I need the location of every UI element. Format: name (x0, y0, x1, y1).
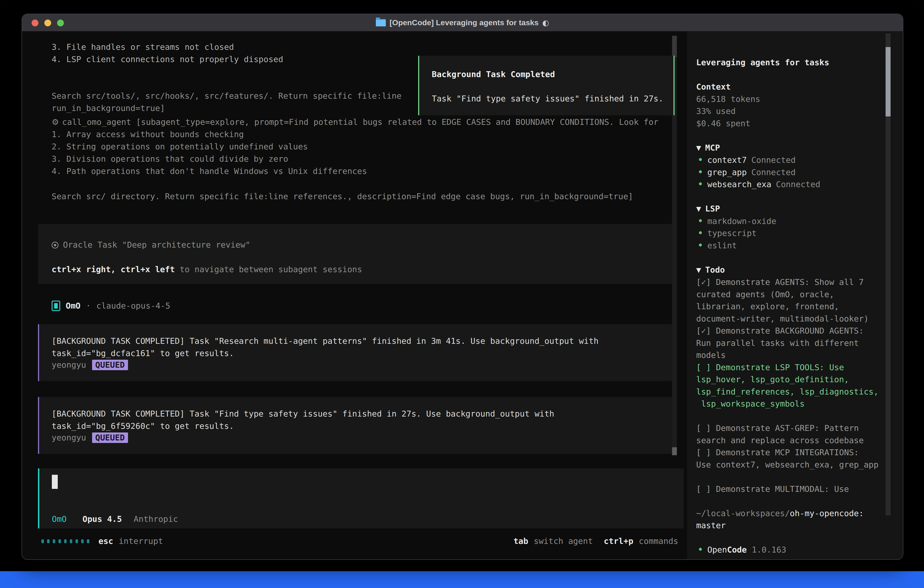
lsp-item-name: eslint (707, 241, 737, 250)
context-tokens: 66,518 tokens (696, 93, 903, 105)
opencode-version-row: OpenCode1.0.163 (696, 543, 903, 556)
todo-item-done: [✓] Demonstrate AGENTS: Show all 7 curat… (696, 276, 903, 325)
mcp-item-status: Connected (751, 155, 795, 165)
lsp-item-name: markdown-oxide (707, 216, 776, 226)
mcp-item-status: Connected (751, 168, 795, 177)
workspace-path-prefix: ~/local-workspaces/ (696, 509, 790, 518)
zoom-window-button[interactable] (57, 20, 64, 26)
sidebar-scrollbar-thumb[interactable] (886, 47, 891, 116)
lsp-item: typescript (696, 227, 903, 239)
message-line-2: task_id="bg_6f59260c" to get results. (52, 420, 234, 432)
todo-line: lsp_hover, lsp_goto_definition, (696, 373, 903, 386)
context-used: 33% used (696, 105, 903, 117)
app-name-regular: Open (707, 545, 727, 554)
connected-dot-icon (699, 243, 702, 246)
window-title-group: [OpenCode] Leveraging agents for tasks ◐ (376, 18, 549, 27)
workspace-path: ~/local-workspaces/oh-my-opencode: (696, 507, 903, 520)
app-name-bold: Code (727, 545, 747, 554)
agent-call-line: ⚙call_omo_agent [subagent_type=explore, … (52, 116, 658, 128)
desktop-taskbar-strip (0, 571, 924, 588)
ctrlp-key-label: commands (639, 535, 678, 547)
connected-dot-icon (699, 182, 702, 185)
connected-dot-icon (699, 231, 702, 234)
window-titlebar[interactable]: [OpenCode] Leveraging agents for tasks ◐ (22, 14, 903, 31)
desktop: [OpenCode] Leveraging agents for tasks ◐… (0, 0, 924, 588)
statusbar-left: esc interrupt (41, 535, 163, 547)
session-busy-icon: ◐ (542, 18, 549, 27)
mcp-item-name: context7 (707, 155, 747, 165)
oracle-status-icon (52, 242, 58, 249)
omo-agent-icon (52, 301, 60, 311)
input-model-name: Opus 4.5 (82, 514, 122, 524)
context-spent: $0.46 spent (696, 117, 903, 130)
todo-heading: Todo (705, 265, 725, 274)
todo-item-pending: [ ] Demonstrate MULTIMODAL: Use (696, 483, 903, 495)
mcp-item-name: grep_app (707, 168, 747, 177)
toast-title: Background Task Completed (432, 68, 555, 81)
oracle-task-title: Oracle Task "Deep architecture review" (63, 240, 250, 249)
agent-call-block: ⚙call_omo_agent [subagent_type=explore, … (52, 116, 658, 177)
oracle-task-panel: Oracle Task "Deep architecture review" c… (38, 224, 673, 284)
todo-line: [ ] Demonstrate LSP TOOLS: Use (696, 361, 903, 373)
session-sidebar: Leveraging agents for tasks Context 66,5… (687, 31, 903, 560)
todo-line: models (696, 349, 903, 361)
scrollback-search-instruction-1: Search src/tools/, src/hooks/, src/featu… (52, 90, 401, 114)
ctrlp-key-hint: ctrl+p (604, 535, 634, 547)
collapse-triangle-icon: ▼ (696, 205, 701, 213)
esc-key-label: interrupt (119, 535, 163, 547)
todo-line: [ ] Demonstrate MULTIMODAL: Use (696, 483, 903, 495)
todo-line: [ ] Demonstrate AST-GREP: Pattern (696, 422, 903, 434)
prompt-input[interactable]: OmO Opus 4.5 Anthropic (38, 468, 684, 529)
todo-line: search and replace across codebase (696, 434, 903, 447)
connected-dot-icon (699, 219, 702, 222)
message-line-1: [BACKGROUND TASK COMPLETED] Task "Resear… (52, 335, 599, 347)
queued-status-badge: QUEUED (92, 360, 128, 370)
gear-icon: ⚙ (52, 117, 59, 127)
todo-line: [✓] Demonstrate BACKGROUND AGENTS: (696, 325, 903, 337)
app-version: 1.0.163 (752, 545, 786, 554)
mcp-item-status: Connected (776, 180, 820, 189)
agent-name: OmO (66, 300, 81, 312)
mcp-section-header[interactable]: ▼MCP (696, 142, 903, 154)
mcp-item: grep_appConnected (696, 166, 903, 178)
message-author: yeongyu (52, 359, 86, 371)
message-author: yeongyu (52, 431, 86, 444)
message-line-2: task_id="bg_dcfac161" to get results. (52, 347, 234, 360)
todo-section-header[interactable]: ▼Todo (696, 264, 903, 276)
todo-line: [✓] Demonstrate AGENTS: Show all 7 (696, 276, 903, 288)
todo-line: Run parallel tasks with different (696, 337, 903, 349)
workspace-branch: master (696, 519, 903, 532)
todo-line: [ ] Demonstrate MCP INTEGRATIONS: (696, 446, 903, 459)
input-agent-name: OmO (52, 514, 67, 524)
todo-line: lsp_workspace_symbols (696, 398, 903, 410)
todo-item-active: [ ] Demonstrate LSP TOOLS: Use lsp_hover… (696, 361, 903, 410)
subagent-nav-keys: ctrl+x right, ctrl+x left (52, 265, 175, 274)
scrollback-search-instruction-2: Search src/ directory. Return specific f… (52, 190, 633, 203)
background-task-toast[interactable]: Background Task Completed Task "Find typ… (418, 56, 675, 115)
lsp-section-header[interactable]: ▼LSP (696, 203, 903, 215)
connected-dot-icon (699, 158, 702, 161)
close-window-button[interactable] (31, 20, 38, 26)
lsp-item: markdown-oxide (696, 215, 903, 227)
minimize-window-button[interactable] (45, 20, 51, 26)
subagent-nav-hint: ctrl+x right, ctrl+x left to navigate be… (52, 263, 362, 276)
esc-key-hint: esc (99, 535, 113, 547)
terminal-window: [OpenCode] Leveraging agents for tasks ◐… (21, 14, 903, 560)
lsp-item-name: typescript (707, 228, 757, 238)
todo-line: librarian, explore, frontend, (696, 301, 903, 313)
collapse-triangle-icon: ▼ (696, 266, 701, 274)
background-task-message: [BACKGROUND TASK COMPLETED] Task "Find t… (38, 397, 673, 454)
lsp-heading: LSP (705, 204, 720, 213)
todo-line: document-writer, multimodal-looker) (696, 313, 903, 325)
todo-item-pending: [ ] Demonstrate MCP INTEGRATIONS: Use co… (696, 446, 903, 471)
mcp-item: websearch_exaConnected (696, 178, 903, 190)
lsp-item: eslint (696, 239, 903, 252)
main-scrollbar-thumb[interactable] (672, 447, 677, 455)
main-scrollbar-thumb-top[interactable] (672, 36, 677, 57)
connected-dot-icon (699, 548, 702, 551)
agent-model-separator: · (86, 300, 91, 312)
connected-dot-icon (699, 170, 702, 173)
todo-item-pending: [ ] Demonstrate AST-GREP: Pattern search… (696, 422, 903, 446)
folder-icon (376, 19, 386, 26)
todo-line: lsp_find_references, lsp_diagnostics, (696, 386, 903, 398)
